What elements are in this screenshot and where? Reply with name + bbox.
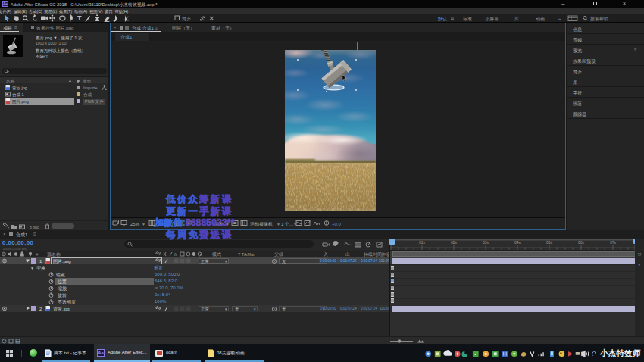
svg-text:搜索帮助: 搜索帮助 [590,16,608,22]
svg-text:模式: 模式 [212,252,221,257]
svg-text:入: 入 [324,252,328,257]
svg-text:▼: ▼ [226,222,230,226]
svg-text:1 个...: 1 个... [281,222,293,226]
svg-text:出: 出 [345,252,350,257]
svg-text:默认: 默认 [437,17,447,21]
svg-text:03s: 03s [483,240,489,245]
svg-text:对齐: 对齐 [182,16,191,21]
svg-text:小屏幕: 小屏幕 [485,17,499,21]
svg-text:01s: 01s [419,240,426,245]
svg-text:活动摄像机: 活动摄像机 [250,222,273,227]
svg-text:完整: 完整 [214,221,224,227]
svg-text:1: 1 [39,259,42,264]
svg-text:▼: ▼ [142,222,145,226]
svg-text:fx: fx [174,252,178,257]
svg-text:伸缩: 伸缩 [381,251,389,257]
svg-text:8 bpc: 8 bpc [30,225,39,229]
svg-text:标准: 标准 [462,17,472,22]
svg-text:源名称: 源名称 [47,251,61,257]
svg-text:02s: 02s [451,240,458,245]
svg-text:▼: ▼ [277,222,280,226]
svg-text:05s: 05s [546,240,553,245]
svg-text:04s: 04s [514,240,521,245]
svg-text:父级: 父级 [274,252,283,257]
svg-text:+0.0: +0.0 [332,222,342,226]
svg-text:T: T [77,14,82,22]
svg-text:T TrkMat: T TrkMat [238,252,255,257]
svg-text:07s: 07s [610,240,617,245]
svg-text:库: 库 [514,16,519,21]
svg-text:持续时间: 持续时间 [364,252,382,257]
svg-text:动画: 动画 [536,17,545,21]
svg-text:#: # [36,252,39,257]
svg-text:»: » [558,17,561,21]
svg-text:2: 2 [39,307,42,311]
svg-text:06s: 06s [578,240,585,245]
svg-text:25%: 25% [130,222,140,226]
